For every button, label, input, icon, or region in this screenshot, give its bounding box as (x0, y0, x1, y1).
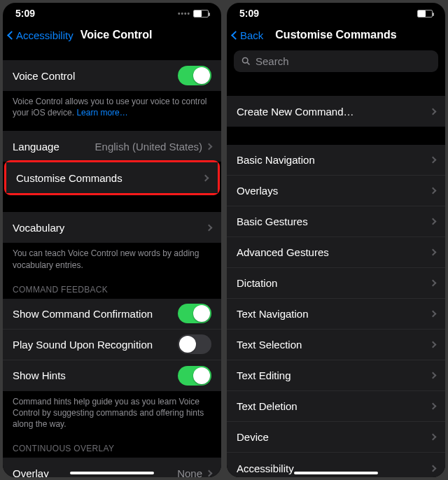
toggle-voice-control[interactable] (178, 66, 211, 85)
phone-voice-control: 5:09 •••• Accessibility Voice Control Vo… (3, 3, 221, 477)
row-label: Text Selection (237, 339, 430, 351)
page-title: Customise Commands (227, 29, 445, 41)
row-category[interactable]: Basic Gestures (227, 206, 445, 237)
chevron-right-icon (430, 188, 437, 195)
row-label: Customise Commands (16, 172, 203, 184)
search-field[interactable] (234, 50, 438, 72)
footer-voice-control: Voice Control allows you to use your voi… (3, 91, 221, 121)
chevron-right-icon (430, 280, 437, 287)
svg-point-0 (243, 58, 248, 64)
row-label: Language (13, 141, 95, 153)
svg-line-1 (247, 62, 249, 64)
home-indicator[interactable] (70, 472, 154, 474)
chevron-right-icon (206, 470, 213, 477)
nav-bar: Back Customise Commands (227, 21, 445, 50)
row-show-hints[interactable]: Show Hints (3, 360, 221, 391)
row-language[interactable]: Language English (United States) (3, 131, 221, 162)
row-show-confirmation[interactable]: Show Command Confirmation (3, 299, 221, 330)
chevron-right-icon (430, 218, 437, 225)
row-category[interactable]: Dictation (227, 268, 445, 299)
header-command-feedback: Command Feedback (3, 274, 221, 299)
row-category[interactable]: Basic Navigation (227, 145, 445, 176)
row-category[interactable]: Text Selection (227, 330, 445, 360)
row-label: Dictation (237, 277, 430, 289)
row-value: None (177, 467, 202, 477)
nav-bar: Accessibility Voice Control (3, 21, 221, 50)
row-voice-control-toggle[interactable]: Voice Control (3, 60, 221, 91)
row-label: Basic Gestures (237, 216, 430, 227)
toggle-play-sound[interactable] (178, 334, 211, 354)
chevron-right-icon (430, 372, 437, 379)
chevron-right-icon (430, 157, 437, 164)
chevron-right-icon (202, 174, 209, 181)
learn-more-link[interactable]: Learn more… (76, 108, 127, 118)
chevron-right-icon (206, 224, 213, 231)
row-category[interactable]: Overlays (227, 176, 445, 206)
chevron-right-icon (430, 108, 437, 115)
footer-vocabulary: You can teach Voice Control new words by… (3, 243, 221, 273)
scroll-area[interactable]: Voice Control Voice Control allows you t… (3, 50, 221, 477)
toggle-show-confirmation[interactable] (178, 304, 211, 323)
back-label: Accessibility (16, 29, 74, 41)
row-category[interactable]: Advanced Gestures (227, 237, 445, 268)
row-category[interactable]: Text Deletion (227, 391, 445, 422)
chevron-right-icon (430, 434, 437, 441)
chevron-right-icon (430, 311, 437, 318)
back-button[interactable]: Accessibility (8, 29, 74, 41)
row-category[interactable]: Device (227, 422, 445, 453)
row-label: Vocabulary (13, 222, 206, 234)
row-label: Play Sound Upon Recognition (13, 339, 178, 351)
chevron-left-icon (7, 31, 16, 40)
phone-customise-commands: 5:09 Back Customise Commands Create New … (227, 3, 445, 477)
row-vocabulary[interactable]: Vocabulary (3, 212, 221, 243)
chevron-right-icon (430, 403, 437, 410)
clock: 5:09 (239, 8, 259, 19)
clock: 5:09 (15, 8, 35, 19)
chevron-right-icon (430, 465, 437, 472)
status-bar: 5:09 (227, 3, 445, 21)
row-label: Show Command Confirmation (13, 308, 178, 320)
row-customise-commands[interactable]: Customise Commands (6, 162, 218, 193)
row-category[interactable]: Text Navigation (227, 299, 445, 330)
search-icon (241, 56, 251, 66)
categories-group: Basic NavigationOverlaysBasic GesturesAd… (227, 145, 445, 477)
scroll-area[interactable]: Create New Command… Basic NavigationOver… (227, 78, 445, 477)
row-label: Show Hints (13, 369, 178, 381)
footer-hints: Command hints help guide you as you lear… (3, 391, 221, 433)
row-label: Text Deletion (237, 400, 430, 412)
row-label: Overlays (237, 185, 430, 197)
row-label: Device (237, 431, 430, 443)
status-right (417, 10, 433, 17)
signal-dots-icon: •••• (178, 10, 190, 17)
header-continuous-overlay: Continuous Overlay (3, 432, 221, 458)
highlight-customise: Customise Commands (4, 160, 220, 195)
row-label: Text Editing (237, 369, 430, 381)
row-play-sound[interactable]: Play Sound Upon Recognition (3, 330, 221, 360)
toggle-show-hints[interactable] (178, 366, 211, 386)
row-value: English (United States) (95, 141, 202, 153)
chevron-right-icon (430, 341, 437, 348)
status-bar: 5:09 •••• (3, 3, 221, 21)
row-label: Basic Navigation (237, 154, 430, 166)
row-label: Advanced Gestures (237, 246, 430, 258)
battery-icon (193, 10, 209, 17)
row-category[interactable]: Text Editing (227, 360, 445, 391)
search-input[interactable] (255, 55, 431, 67)
status-right: •••• (178, 10, 209, 17)
battery-icon (417, 10, 433, 17)
chevron-right-icon (206, 143, 213, 150)
chevron-right-icon (430, 249, 437, 256)
page-title: Voice Control (80, 29, 153, 41)
home-indicator[interactable] (294, 472, 378, 474)
row-label: Voice Control (13, 70, 178, 82)
row-create-new-command[interactable]: Create New Command… (227, 96, 445, 127)
row-label: Text Navigation (237, 308, 430, 320)
row-label: Create New Command… (237, 106, 430, 118)
